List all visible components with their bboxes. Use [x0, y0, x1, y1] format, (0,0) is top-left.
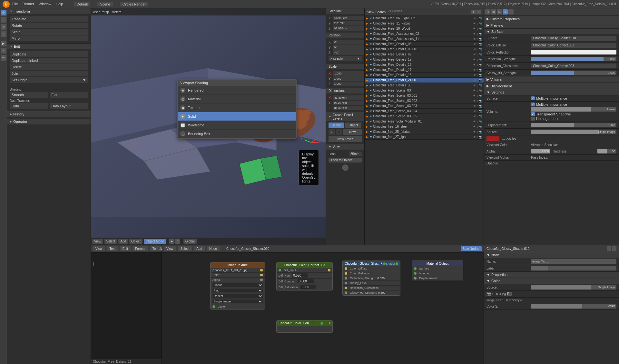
render-menu[interactable]: Render — [23, 2, 34, 6]
duplicate-linked-btn[interactable]: Duplicate Linked — [10, 58, 88, 64]
object-list-item[interactable]: ▶ ▼ Chocofur_Free_29_Wood 👁 ↕ 📷 — [365, 26, 484, 31]
vis-render-icon[interactable]: 📷 — [479, 120, 482, 123]
vis-render-icon[interactable]: 📷 — [479, 115, 482, 118]
scale-props-header[interactable]: Scale: — [326, 64, 364, 69]
vis-eye-icon[interactable]: 👁 — [473, 115, 476, 118]
object-list-item[interactable]: ▶ ▼ Chocofur_Free_Sofa_Modular_01 👁 ↕ 📷 — [365, 119, 484, 124]
tool-grease[interactable]: ✏ — [1, 55, 6, 61]
shading-rendered[interactable]: ◉ Rendered — [178, 86, 296, 95]
te-text-btn[interactable]: Text — [107, 246, 118, 251]
vis-cursor-icon[interactable]: ↕ — [477, 22, 478, 25]
nr-image-icon[interactable]: 📷 — [486, 292, 491, 296]
it-flat-select[interactable]: Flat — [212, 289, 263, 292]
vp-global-btn[interactable]: Global — [183, 239, 197, 244]
location-y-input[interactable] — [333, 21, 364, 25]
3d-viewport[interactable]: User Persp Meters — [91, 8, 326, 245]
color-correct-node-1[interactable]: Chocofur_Color_Correct.003 Diff_Input Di… — [276, 262, 333, 290]
vis-render-icon[interactable]: 📷 — [479, 43, 482, 46]
vis-eye-icon[interactable]: 👁 — [473, 125, 476, 128]
location-header[interactable]: Location: — [326, 8, 364, 14]
shading-solid[interactable]: ● Solid — [178, 112, 296, 121]
alpha-bar[interactable]: 1.000 — [531, 149, 550, 153]
text-editor-body[interactable] — [91, 252, 162, 359]
vis-render-icon[interactable]: 📷 — [479, 130, 482, 133]
vis-cursor-icon[interactable]: ↕ — [477, 79, 478, 82]
cc1-hue-input[interactable] — [292, 273, 308, 278]
vis-render-icon[interactable]: 📷 — [479, 22, 482, 25]
vis-cursor-icon[interactable]: ↕ — [477, 84, 478, 87]
vis-render-icon[interactable]: 📷 — [479, 58, 482, 61]
surface-shader-value[interactable]: Chocofur_Glossy_Shader.010 — [531, 36, 616, 41]
reflection-glossiness-value[interactable]: Chocofur_Color_Correct.003 — [531, 64, 616, 68]
ne-node-btn[interactable]: Node — [207, 246, 220, 251]
vis-cursor-icon[interactable]: ↕ — [477, 135, 478, 139]
te-format-btn[interactable]: Format — [133, 246, 148, 251]
filter-icon[interactable]: ≡ — [471, 10, 476, 14]
object-list-item[interactable]: ▶ ▼ Chocofur_free_25_fabrics 👁 ↕ 📷 — [365, 129, 484, 134]
gp-add-icon[interactable]: + — [336, 129, 342, 135]
it-linear-select[interactable]: Linear — [212, 283, 263, 287]
engine-selector[interactable]: Cycles Render — [120, 2, 148, 6]
vis-render-icon[interactable]: 📷 — [479, 94, 482, 97]
vis-cursor-icon[interactable]: ↕ — [477, 104, 478, 108]
source-bar[interactable]: Single Image — [531, 130, 616, 134]
vis-eye-icon[interactable]: 👁 — [473, 22, 476, 25]
vis-eye-icon[interactable]: 👁 — [473, 32, 476, 35]
vis-cursor-icon[interactable]: ↕ — [477, 37, 478, 41]
vis-eye-icon[interactable]: 👁 — [473, 27, 476, 30]
vis-cursor-icon[interactable]: ↕ — [477, 53, 478, 56]
ne-view-btn[interactable]: View — [164, 246, 176, 251]
shading-material[interactable]: ◎ Material — [178, 95, 296, 103]
join-btn[interactable]: Join — [10, 71, 88, 76]
vis-cursor-icon[interactable]: ↕ — [477, 130, 478, 133]
nr-colorspace-bar[interactable]: sRGB — [531, 304, 616, 309]
vis-cursor-icon[interactable]: ↕ — [477, 48, 478, 51]
it-single-select[interactable]: Single Image — [212, 300, 263, 303]
tool-physics[interactable]: ~ — [1, 48, 6, 54]
vis-cursor-icon[interactable]: ↕ — [477, 43, 478, 46]
prop-tab-world[interactable]: ◎ — [497, 9, 502, 15]
image-texture-node[interactable]: Image Texture Chocofur_Fr...1_diff_01.jp… — [210, 262, 265, 310]
object-list-item[interactable]: ▶ ▼ Chocofur_free_16_steel 👁 ↕ 📷 — [365, 124, 484, 129]
vis-cursor-icon[interactable]: ↕ — [477, 89, 478, 92]
object-list-item[interactable]: ▶ ▼ Chocofur_Free_Details_18 👁 ↕ 📷 — [365, 73, 484, 78]
reflection-strength-bar[interactable]: 0.850 — [531, 57, 616, 61]
smooth-btn[interactable]: Smooth — [10, 92, 48, 98]
vis-render-icon[interactable]: 📷 — [479, 32, 482, 35]
material-output-node[interactable]: Material Output Surface Volume Displacem… — [412, 261, 463, 281]
vis-eye-icon[interactable]: 👁 — [473, 130, 476, 133]
vp-icon-2[interactable]: ○ — [175, 239, 180, 244]
vp-object-mode-btn[interactable]: Object Mode — [144, 239, 166, 244]
vis-cursor-icon[interactable]: ↕ — [477, 63, 478, 66]
new-gp-btn[interactable]: New — [343, 129, 362, 135]
object-list-item[interactable]: ▶ ▼ Chocofur_Free_Scene_03.004 👁 ↕ 📷 — [365, 109, 484, 114]
rotation-mode-dropdown[interactable]: XYZ Euler ▼ — [329, 56, 362, 61]
vis-render-icon[interactable]: 📷 — [479, 135, 482, 139]
tool-scale[interactable]: ⤡ — [1, 31, 6, 37]
flat-btn[interactable]: Flat — [50, 92, 88, 98]
translate-btn[interactable]: Translate — [10, 16, 88, 22]
vis-eye-icon[interactable]: 👁 — [473, 135, 476, 139]
hardness-bar[interactable]: 50 — [597, 149, 617, 153]
glossy-shader-node[interactable]: Chocofur_Glossy_Sha... F Shader Color: D… — [342, 261, 400, 296]
operator-header[interactable]: ▶ Operator — [7, 119, 91, 124]
nr-icon-1[interactable] — [607, 246, 611, 251]
ne-use-nodes-btn[interactable]: Use Nodes — [461, 246, 482, 251]
vis-eye-icon[interactable]: 👁 — [473, 58, 476, 61]
displacement-header[interactable]: ▶ Displacement — [484, 83, 619, 89]
history-header[interactable]: ▶ History — [7, 111, 91, 117]
object-list-item[interactable]: ▶ ▼ Chocofur_Free_Details_17 👁 ↕ 📷 — [365, 67, 484, 73]
vis-render-icon[interactable]: 📷 — [479, 125, 482, 128]
vis-cursor-icon[interactable]: ↕ — [477, 32, 478, 35]
vis-cursor-icon[interactable]: ↕ — [477, 17, 478, 20]
tool-transform[interactable]: ↔ — [1, 17, 6, 23]
vis-render-icon[interactable]: 📷 — [479, 89, 482, 92]
scene-selector[interactable]: Scene — [97, 2, 113, 6]
vis-render-icon[interactable]: 📷 — [479, 17, 482, 20]
vis-cursor-icon[interactable]: ↕ — [477, 120, 478, 123]
object-list-item[interactable]: ▶ ▼ Chocofur_Free_Scene_03.001 👁 ↕ 📷 — [365, 93, 484, 98]
preview-header[interactable]: ▶ Preview — [484, 22, 619, 29]
vis-cursor-icon[interactable]: ↕ — [477, 110, 478, 113]
displacement-bar[interactable]: Bump — [531, 123, 616, 127]
vis-cursor-icon[interactable]: ↕ — [477, 125, 478, 128]
